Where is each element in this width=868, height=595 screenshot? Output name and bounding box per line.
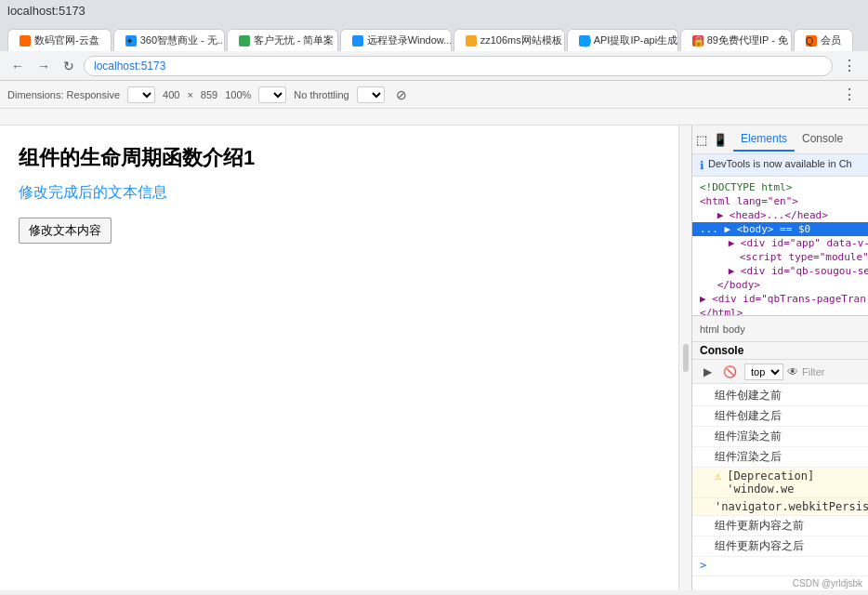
tree-line-6[interactable]: ▶ <div id="qb-sougou-sear [692,264,868,278]
scroll-handle [683,344,689,372]
tree-line-7[interactable]: </body> [692,278,868,292]
tab-4[interactable]: zz106ms网站模板 [454,29,565,51]
tab-2[interactable]: 客户无忧 - 简单案 [227,29,338,51]
tree-text-3: ... ▶ <body> == $0 [700,223,810,235]
tab-favicon-2 [239,35,250,46]
breadcrumb-html[interactable]: html [700,324,719,335]
throttle-label: No throttling [294,89,349,100]
tab-0[interactable]: 数码官网-云盘 [7,29,112,51]
more-button[interactable]: ⋮ [838,55,861,76]
tab-console[interactable]: Console [795,127,850,152]
page-content: 组件的生命周期函数介绍1 修改完成后的文本信息 修改文本内容 [0,126,691,590]
tab-label-4: zz106ms网站模板 [480,33,562,47]
address-text: localhost:5173 [94,60,165,73]
forward-button[interactable]: → [33,57,54,75]
inspect-icon[interactable]: ⬚ [696,133,707,147]
tab-favicon-0 [20,35,31,46]
tree-text-5: <script type="module" s [740,251,868,263]
tab-label-0: 数码官网-云盘 [34,33,99,47]
tab-favicon-6: 🔒 [692,35,704,46]
breadcrumb: html body [700,324,745,335]
run-button[interactable]: ▶ [700,364,716,380]
page-title: localhost:5173 [7,4,85,18]
devtools-more-button[interactable]: ⋮ [838,84,861,105]
tree-line-5[interactable]: <script type="module" s [692,250,868,264]
tree-text-7: </body> [717,279,760,291]
device-icon[interactable]: 📱 [713,133,728,147]
console-prompt[interactable]: > [692,557,868,574]
page-subtitle: 修改完成后的文本信息 [19,183,673,203]
settings-button[interactable]: ⊘ [392,86,411,104]
console-text-4: [Deprecation] 'window.we [727,469,846,496]
refresh-button[interactable]: ↻ [59,57,78,75]
width-value: 400 [163,89,179,100]
console-text-6: 组件更新内容之前 [715,518,804,534]
tree-text-8: ▶ <div id="qbTrans-pageTran [700,293,866,305]
scrollbar[interactable] [678,126,691,590]
tree-text-4: ▶ <div id="app" data-v-app [729,237,868,249]
console-line-5: 'navigator.webkitPersiste [692,498,868,516]
clear-button[interactable]: 🚫 [719,364,741,380]
tree-text-6: ▶ <div id="qb-sougou-sear [729,265,868,277]
console-line-1: 组件创建之后 [692,406,868,427]
tree-text-0: <!DOCTYPE html> [700,181,792,193]
tab-favicon-3 [352,35,363,46]
context-select[interactable]: top [744,364,783,380]
console-text-1: 组件创建之后 [715,408,782,424]
tab-label-7: 会员 [821,33,841,47]
page-main-title: 组件的生命周期函数介绍1 [19,144,673,172]
tab-7[interactable]: Q 会员 [794,29,853,51]
address-bar[interactable]: localhost:5173 [84,56,833,76]
tree-line-4[interactable]: ▶ <div id="app" data-v-app [692,236,868,250]
console-label: Console [700,344,743,357]
tree-line-2[interactable]: ▶ <head>...</head> [692,208,868,222]
zoom-value: 100% [225,89,251,100]
console-line-0: 组件创建之前 [692,386,868,406]
throttle-select[interactable] [357,86,385,103]
tree-line-9[interactable]: </html> [692,306,868,315]
tree-line-0[interactable]: <!DOCTYPE html> [692,180,868,194]
console-text-3: 组件渲染之后 [715,449,782,465]
devtools-toolbar: Dimensions: Responsive 400 × 859 100% No… [0,81,868,109]
tab-5[interactable]: 🌐 API提取IP-api生成 [567,29,678,51]
tab-favicon-4 [466,35,477,46]
browser-toolbar: ← → ↻ localhost:5173 ⋮ [0,51,868,81]
tab-elements[interactable]: Elements [733,127,795,152]
tab-label-3: 远程登录Window... [367,33,452,47]
eye-button[interactable]: 👁 [787,365,798,378]
console-toolbar: ▶ 🚫 top 👁 Filter [692,360,868,384]
tree-text-9: </html> [700,307,743,315]
browser-chrome: localhost:5173 数码官网-云盘 ✦ 360智慧商业 - 无... … [0,0,868,126]
ruler [0,109,868,126]
tree-line-3[interactable]: ... ▶ <body> == $0 [692,222,868,236]
title-bar: localhost:5173 [0,0,868,21]
devtools-panel: ⬚ 📱 Elements Console ℹ DevTools is now a… [691,126,868,590]
tab-favicon-5: 🌐 [579,35,590,46]
modify-button[interactable]: 修改文本内容 [19,218,112,244]
tab-label-5: API提取IP-api生成 [594,33,677,47]
main-layout: 组件的生命周期函数介绍1 修改完成后的文本信息 修改文本内容 ⬚ 📱 Eleme… [0,126,868,590]
tab-3[interactable]: 远程登录Window... [340,29,452,51]
elements-tree[interactable]: <!DOCTYPE html> <html lang="en"> ▶ <head… [692,177,868,315]
breadcrumb-body[interactable]: body [723,324,745,335]
tab-1[interactable]: ✦ 360智慧商业 - 无... [113,29,225,51]
tree-line-1[interactable]: <html lang="en"> [692,194,868,208]
breadcrumb-bar: html body [692,316,868,342]
console-text-5: 'navigator.webkitPersiste [715,500,868,513]
filter-label: Filter [802,366,824,377]
height-value: 859 [201,89,217,100]
tab-label-6: 89免费代理IP - 免 [707,33,788,47]
dimensions-select[interactable] [127,86,155,103]
tab-favicon-1: ✦ [125,35,137,46]
tree-line-8[interactable]: ▶ <div id="qbTrans-pageTran [692,292,868,306]
watermark: CSDN @yrldjsbk [692,575,868,590]
console-text-7: 组件更新内容之后 [715,538,804,554]
console-text-2: 组件渲染之前 [715,429,782,444]
console-line-2: 组件渲染之前 [692,427,868,447]
tab-label-1: 360智慧商业 - 无... [140,33,225,47]
devtools-notification: ℹ DevTools is now available in Ch [692,154,868,177]
back-button[interactable]: ← [7,57,28,75]
console-line-6: 组件更新内容之前 [692,516,868,536]
tab-6[interactable]: 🔒 89免费代理IP - 免 [680,29,792,51]
zoom-select[interactable] [258,86,286,103]
